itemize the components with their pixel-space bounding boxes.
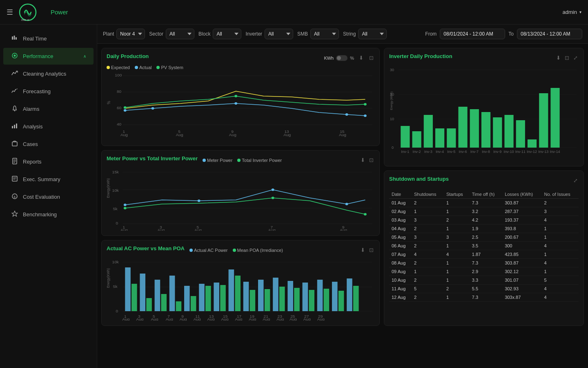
table-row: 12 Aug 2 1 7.3 303x.87 4 — [389, 293, 579, 302]
sidebar-item-forecasting[interactable]: Forecasting — [3, 83, 94, 100]
meter-power-card: Meter Power vs Total Inverter Power Mete… — [101, 150, 380, 236]
right-panel: Inverter Daily Production ⬇ ⊡ ⤢ 30 20 10… — [384, 48, 584, 326]
table-row: 11 Aug 5 2 5.5 302.93 4 — [389, 285, 579, 293]
svg-text:Aug: Aug — [221, 317, 228, 321]
unit-toggle[interactable] — [336, 55, 347, 61]
sidebar-label-cleaning: Cleaning Analytics — [23, 71, 66, 77]
inverter-daily-card: Inverter Daily Production ⬇ ⊡ ⤢ 30 20 10… — [384, 48, 584, 166]
svg-text:Aug: Aug — [229, 133, 236, 137]
performance-chevron: ∧ — [83, 54, 86, 58]
sidebar-item-cost-eval[interactable]: $ Cost Evaluation — [3, 188, 94, 205]
shutdown-expand[interactable]: ⤢ — [572, 177, 579, 184]
sidebar-item-cleaning[interactable]: Cleaning Analytics — [3, 65, 94, 82]
svg-rect-107 — [303, 283, 308, 311]
svg-rect-10 — [12, 126, 13, 128]
kwh-label: KWh — [324, 56, 334, 61]
block-select[interactable]: All — [213, 29, 241, 39]
svg-text:Inv-11: Inv-11 — [515, 150, 526, 154]
benchmarking-icon — [11, 211, 19, 218]
inverter-select[interactable]: All — [265, 29, 293, 39]
cell-startups: 1 — [444, 207, 470, 216]
svg-rect-83 — [125, 267, 131, 311]
plant-select[interactable]: Noor 4 — [116, 29, 145, 39]
sidebar-item-analysis[interactable]: Analysis — [3, 118, 94, 135]
cell-issues: 1 — [541, 267, 579, 276]
svg-rect-159 — [424, 115, 433, 148]
header-user[interactable]: admin ▾ — [563, 9, 581, 15]
cell-issues: 3 — [541, 207, 579, 216]
sector-select[interactable]: All — [166, 29, 194, 39]
sidebar-item-performance[interactable]: Performance ∧ — [3, 48, 94, 65]
cell-date: 08 Aug — [389, 259, 412, 267]
svg-rect-105 — [287, 281, 293, 311]
from-date-input[interactable] — [440, 29, 505, 39]
smb-select[interactable]: All — [310, 29, 339, 39]
svg-text:Aug: Aug — [340, 228, 347, 231]
sidebar-item-realtime[interactable]: Real Time — [3, 30, 94, 47]
cell-time-off: 7.3 — [470, 199, 502, 207]
cell-shutdowns: 3 — [412, 216, 444, 224]
sidebar-item-exec-summary[interactable]: Exec. Summary — [3, 171, 94, 188]
shutdown-table-container[interactable]: Date Shutdowns Startups Time off (h) Los… — [389, 188, 579, 302]
svg-point-37 — [124, 106, 127, 109]
sidebar-item-benchmarking[interactable]: Benchmarking — [3, 206, 94, 223]
table-row: 10 Aug 2 1 3.3 301.07 5 — [389, 276, 579, 285]
svg-text:Aug: Aug — [235, 317, 242, 321]
cell-issues: 4 — [541, 259, 579, 267]
left-charts: Daily Production KWh % ⬇ ⊡ — [101, 48, 380, 326]
cell-losses: 393.8 — [502, 224, 541, 233]
kwh-pct-toggle[interactable]: KWh % — [324, 55, 354, 61]
svg-rect-91 — [184, 286, 190, 311]
sidebar-item-alarms[interactable]: Alarms — [3, 101, 94, 117]
sidebar-item-reports[interactable]: Reports — [3, 153, 94, 170]
actual-ac-download[interactable]: ⬇ — [360, 246, 366, 254]
svg-text:Inv-1: Inv-1 — [401, 150, 409, 154]
svg-rect-181 — [550, 88, 559, 148]
svg-rect-98 — [235, 276, 241, 311]
cell-issues: 4 — [541, 242, 579, 250]
inverter-daily-expand1[interactable]: ⊡ — [564, 54, 570, 62]
svg-rect-155 — [401, 126, 410, 148]
inverter-daily-expand2[interactable]: ⤢ — [572, 54, 579, 62]
cases-icon — [11, 140, 19, 148]
cell-losses: 301.07 — [502, 276, 541, 285]
cell-startups: 1 — [444, 224, 470, 233]
col-startups: Startups — [444, 190, 470, 199]
cell-shutdowns: 2 — [412, 259, 444, 267]
menu-icon[interactable]: ☰ — [7, 8, 13, 17]
svg-point-9 — [14, 110, 15, 111]
svg-rect-5 — [17, 35, 18, 36]
meter-power-download[interactable]: ⬇ — [360, 156, 366, 164]
shutdown-table: Date Shutdowns Startups Time off (h) Los… — [389, 190, 579, 302]
table-row: 09 Aug 1 1 2.9 302.12 1 — [389, 267, 579, 276]
cell-shutdowns: 2 — [412, 293, 444, 302]
svg-text:Aug: Aug — [303, 317, 311, 321]
svg-point-35 — [345, 113, 348, 116]
cell-time-off: 3.2 — [470, 207, 502, 216]
cell-time-off: 2.5 — [470, 233, 502, 242]
svg-text:0: 0 — [392, 146, 394, 150]
cell-losses: 200.67 — [502, 233, 541, 242]
sidebar-item-cases[interactable]: Cases — [3, 136, 94, 153]
cell-startups: 1 — [444, 199, 470, 207]
svg-text:Inv-2: Inv-2 — [412, 150, 421, 154]
cell-issues: 1 — [541, 250, 579, 259]
svg-marker-23 — [12, 211, 18, 216]
svg-rect-99 — [243, 282, 249, 311]
cell-time-off: 1.87 — [470, 250, 502, 259]
meter-power-expand[interactable]: ⊡ — [368, 156, 374, 164]
cell-issues: 5 — [541, 276, 579, 285]
svg-rect-95 — [214, 283, 219, 311]
svg-rect-13 — [12, 142, 17, 146]
svg-rect-108 — [309, 290, 314, 311]
daily-production-expand[interactable]: ⊡ — [368, 54, 374, 62]
to-date-input[interactable] — [517, 29, 582, 39]
table-row: 03 Aug 3 2 4.2 193.37 4 — [389, 216, 579, 224]
string-select[interactable]: All — [358, 29, 387, 39]
inverter-daily-download[interactable]: ⬇ — [555, 54, 561, 62]
daily-production-download[interactable]: ⬇ — [358, 54, 364, 62]
svg-text:Inv-4: Inv-4 — [436, 150, 444, 154]
analysis-icon — [11, 123, 19, 130]
actual-ac-expand[interactable]: ⊡ — [368, 246, 374, 254]
svg-rect-85 — [140, 274, 145, 311]
